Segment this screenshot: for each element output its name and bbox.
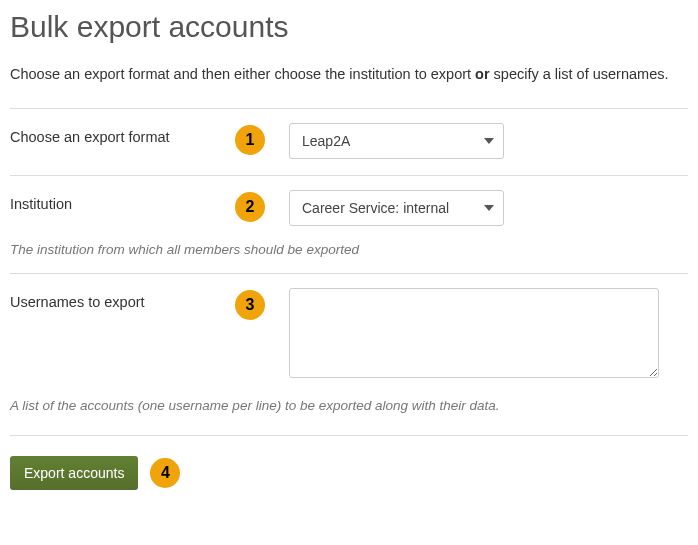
section-usernames: Usernames to export 3 A list of the acco… xyxy=(10,273,688,429)
step-marker-1: 1 xyxy=(235,125,265,155)
step-marker-2: 2 xyxy=(235,192,265,222)
select-export-format-value: Leap2A xyxy=(302,133,350,149)
select-institution[interactable]: Career Service: internal xyxy=(289,190,504,226)
select-export-format[interactable]: Leap2A xyxy=(289,123,504,159)
intro-strong: or xyxy=(475,66,490,82)
intro-post: specify a list of usernames. xyxy=(490,66,669,82)
section-export-format: Choose an export format 1 Leap2A xyxy=(10,108,688,175)
help-institution: The institution from which all members s… xyxy=(10,242,688,257)
intro-text: Choose an export format and then either … xyxy=(10,64,688,84)
help-usernames: A list of the accounts (one username per… xyxy=(10,398,688,413)
intro-pre: Choose an export format and then either … xyxy=(10,66,475,82)
label-institution: Institution xyxy=(10,190,235,212)
textarea-usernames[interactable] xyxy=(289,288,659,378)
step-marker-4: 4 xyxy=(150,458,180,488)
section-institution: Institution 2 Career Service: internal T… xyxy=(10,175,688,273)
label-usernames: Usernames to export xyxy=(10,288,235,310)
export-accounts-button[interactable]: Export accounts xyxy=(10,456,138,490)
label-export-format: Choose an export format xyxy=(10,123,235,145)
step-marker-3: 3 xyxy=(235,290,265,320)
select-institution-value: Career Service: internal xyxy=(302,200,449,216)
section-submit: Export accounts 4 xyxy=(10,435,688,490)
page-title: Bulk export accounts xyxy=(10,10,688,44)
